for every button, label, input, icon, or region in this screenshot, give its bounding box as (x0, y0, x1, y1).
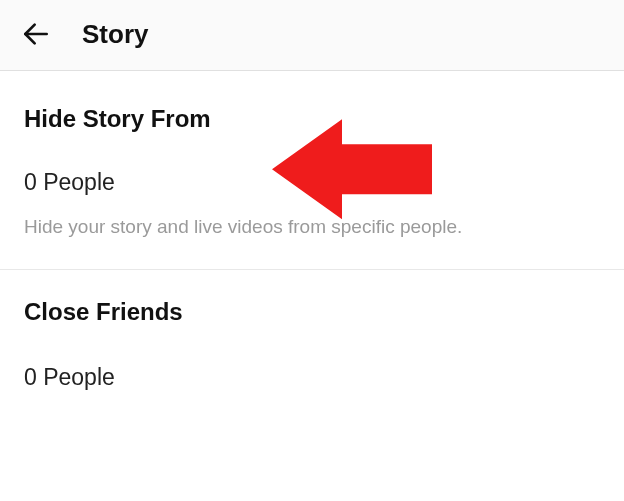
header-bar: Story (0, 0, 624, 71)
close-friends-title: Close Friends (24, 270, 600, 334)
hide-story-value: 0 People (24, 169, 115, 196)
content-area: Hide Story From 0 People Hide your story… (0, 71, 624, 401)
page-title: Story (82, 19, 148, 50)
back-arrow-icon[interactable] (20, 18, 52, 50)
hide-story-title: Hide Story From (24, 71, 600, 141)
hide-story-section: Hide Story From 0 People Hide your story… (0, 71, 624, 270)
hide-story-row[interactable]: 0 People (24, 141, 600, 214)
close-friends-section: Close Friends 0 People (0, 270, 624, 401)
close-friends-row[interactable]: 0 People (24, 334, 600, 401)
close-friends-value: 0 People (24, 364, 115, 391)
hide-story-description: Hide your story and live videos from spe… (24, 214, 600, 269)
